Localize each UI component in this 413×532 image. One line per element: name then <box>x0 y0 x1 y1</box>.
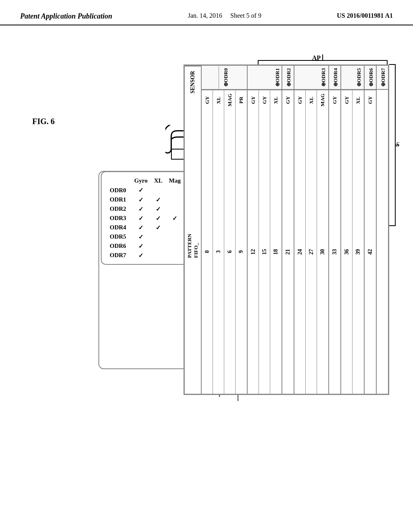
odr6-column: ⊕ODR6 GY 42 <box>365 66 377 394</box>
mag-check-odr6 <box>166 241 184 251</box>
xl-check-odr2: ✓ <box>151 204 166 214</box>
row-label-odr3: ODR3 <box>108 214 131 223</box>
publication-date-sheet: Jan. 14, 2016 Sheet 5 of 9 <box>188 12 261 19</box>
odr5-column: ⊕ODR5 GY 36 XL 39 <box>341 66 365 394</box>
odr6-gy-num: 42 <box>365 110 376 394</box>
odr1-subcolumns: GY 12 GY 15 XL 18 <box>248 90 282 394</box>
odr5-xl-sensor: XL <box>353 90 364 110</box>
odr1-column: ⊕ODR1 GY 12 GY 15 XL 18 <box>248 66 282 394</box>
odr1-gy1-num: 12 <box>248 110 259 394</box>
odr1-xl-num: 18 <box>270 110 282 394</box>
row-label-odr2: ODR2 <box>108 204 131 214</box>
row-label-odr1: ODR1 <box>108 195 131 204</box>
odr3-column: ⊕ODR3 GY 24 XL 27 MAG 30 <box>294 66 329 394</box>
diagram-area: FIG. 6 AP S T <box>20 52 399 496</box>
col-header-odr <box>108 176 131 185</box>
col-header-gyro: Gyro <box>131 176 151 185</box>
odr0-mag-col: MAG 6 <box>224 90 236 394</box>
odr3-mag-num: 30 <box>317 110 328 394</box>
publication-title: Patent Application Publication <box>20 12 112 21</box>
gyro-check-odr0: ✓ <box>131 185 151 195</box>
odr2-gy-sensor: GY <box>282 90 294 110</box>
gyro-check-odr7: ✓ <box>131 251 151 260</box>
odr0-gy-col: GY 0 <box>202 90 213 394</box>
fifo-table: SENSOR FIFO_PATTERN ⊕ODR0 GY 0 XL <box>184 64 389 395</box>
odr0-pr-num: 9 <box>236 110 247 394</box>
odr5-xl-col: XL 39 <box>353 90 364 394</box>
sheet-info: Sheet 5 of 9 <box>230 12 261 19</box>
odr0-column: ⊕ODR0 GY 0 XL 3 MAG 6 <box>202 66 248 394</box>
sensor-header: SENSOR <box>185 66 201 98</box>
odr7-label: ⊕ODR7 <box>377 66 388 89</box>
odr3-subcolumns: GY 24 XL 27 MAG 30 <box>294 90 328 394</box>
figure-label: FIG. 6 <box>32 117 55 126</box>
odr1-gy2-sensor: GY <box>259 90 270 110</box>
odr3-xl-col: XL 27 <box>306 90 317 394</box>
mag-check-odr4 <box>166 223 184 232</box>
publication-number: US 2016/0011981 A1 <box>337 12 393 19</box>
odr7-column: ⊕ODR7 <box>377 66 388 394</box>
mag-check-odr1 <box>166 195 184 204</box>
row-label-odr5: ODR5 <box>108 232 131 241</box>
odr5-subcolumns: GY 36 XL 39 <box>341 90 364 394</box>
odr3-gy-col: GY 24 <box>294 90 306 394</box>
gyro-check-odr1: ✓ <box>131 195 151 204</box>
odr3-mag-col: MAG 30 <box>317 90 328 394</box>
odr3-gy-num: 24 <box>294 110 305 394</box>
odr1-gy1-col: GY 12 <box>248 90 259 394</box>
odr1-label: ⊕ODR1 <box>248 66 282 89</box>
odr7-subcolumns <box>377 90 388 394</box>
xl-check-odr4: ✓ <box>151 223 166 232</box>
odr0-mag-num: 6 <box>224 110 235 394</box>
odr4-gy-num: 33 <box>329 110 340 394</box>
odr1-header-row: ⊕ODR1 <box>248 66 282 90</box>
xl-check-odr5 <box>151 232 166 241</box>
odr2-gy-num: 21 <box>282 110 294 394</box>
mag-check-odr2 <box>166 204 184 214</box>
odr3-label: ⊕ODR3 <box>294 66 328 89</box>
odr0-xl-sensor: XL <box>213 90 224 110</box>
mag-check-odr7 <box>166 251 184 260</box>
odr6-gy-col: GY 42 <box>365 90 376 394</box>
gyro-check-odr4: ✓ <box>131 223 151 232</box>
odr4-subcolumns: GY 33 <box>329 90 340 394</box>
odr0-mag-sensor: MAG <box>224 90 235 110</box>
odr3-mag-sensor: MAG <box>317 90 328 110</box>
odr0-label: ⊕ODR0 <box>219 66 230 89</box>
odr4-column: ⊕ODR4 GY 33 <box>329 66 341 394</box>
right-data-table-container: SENSOR FIFO_PATTERN ⊕ODR0 GY 0 XL <box>184 64 389 395</box>
odr4-gy-sensor: GY <box>329 90 340 110</box>
row-label-odr6: ODR6 <box>108 241 131 251</box>
odr0-pr-sensor: PR <box>236 90 247 110</box>
xl-check-odr3: ✓ <box>151 214 166 223</box>
odr4-header-row: ⊕ODR4 <box>329 66 340 90</box>
odr2-gy-col: GY 21 <box>282 90 294 394</box>
page-header: Patent Application Publication Jan. 14, … <box>0 0 413 25</box>
odr0-gy-num: 0 <box>202 110 213 394</box>
odr3-xl-num: 27 <box>306 110 317 394</box>
odr3-gy-sensor: GY <box>294 90 305 110</box>
ap-label: AP <box>312 54 321 62</box>
odr5-gy-sensor: GY <box>341 90 352 110</box>
row-label-odr0: ODR0 <box>108 185 131 195</box>
label-column: SENSOR FIFO_PATTERN <box>185 66 202 394</box>
publication-date: Jan. 14, 2016 <box>188 12 222 19</box>
row-label-odr7: ODR7 <box>108 251 131 260</box>
odr0-xl-num: 3 <box>213 110 224 394</box>
odr1-xl-col: XL 18 <box>270 90 282 394</box>
gyro-check-odr3: ✓ <box>131 214 151 223</box>
odr6-label: ⊕ODR6 <box>365 66 376 89</box>
odr0-gy-sensor: GY <box>202 90 213 110</box>
odr2-label: ⊕ODR2 <box>282 66 294 89</box>
odr7-header-row: ⊕ODR7 <box>377 66 388 90</box>
odr4-label: ⊕ODR4 <box>329 66 340 89</box>
odr6-header-row: ⊕ODR6 <box>365 66 376 90</box>
odr5-header-row: ⊕ODR5 <box>341 66 364 90</box>
col-header-xl: XL <box>151 176 166 185</box>
mag-check-odr5 <box>166 232 184 241</box>
mag-check-odr3: ✓ <box>166 214 184 223</box>
odr2-header-row: ⊕ODR2 <box>282 66 294 90</box>
odr0-subcolumns: GY 0 XL 3 MAG 6 PR 9 <box>202 90 247 394</box>
odr0-pr-col: PR 9 <box>236 90 247 394</box>
odr1-gy1-sensor: GY <box>248 90 259 110</box>
